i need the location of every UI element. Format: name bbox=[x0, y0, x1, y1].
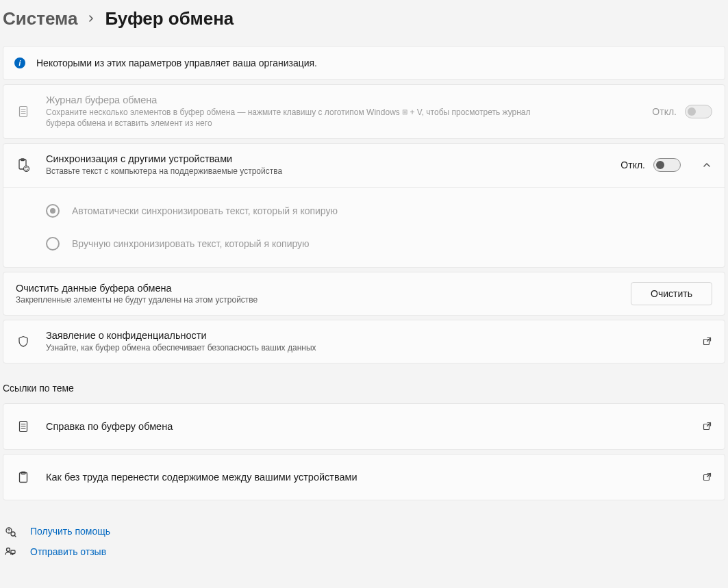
give-feedback-text: Отправить отзыв bbox=[30, 546, 106, 557]
help-icon bbox=[3, 525, 18, 537]
clipboard-help-icon bbox=[16, 419, 31, 434]
sync-toggle-label: Откл. bbox=[620, 159, 645, 170]
page-title: Буфер обмена bbox=[105, 8, 234, 29]
clipboard-sync-icon bbox=[16, 157, 31, 172]
sync-desc: Вставьте текст с компьютера на поддержив… bbox=[46, 166, 539, 177]
chevron-right-icon bbox=[87, 13, 95, 25]
sync-options: Автоматически синхронизировать текст, ко… bbox=[3, 187, 725, 267]
related-link-title: Справка по буферу обмена bbox=[46, 421, 686, 432]
get-help-text: Получить помощь bbox=[30, 526, 110, 537]
clipboard-list-icon bbox=[16, 104, 31, 119]
privacy-title: Заявление о конфиденциальности bbox=[46, 330, 686, 341]
external-link-icon bbox=[701, 421, 712, 432]
sync-option-auto: Автоматически синхронизировать текст, ко… bbox=[3, 194, 725, 227]
svg-point-12 bbox=[7, 548, 10, 551]
clear-button[interactable]: Очистить bbox=[631, 282, 712, 305]
history-title: Журнал буфера обмена bbox=[46, 94, 637, 105]
svg-rect-13 bbox=[11, 550, 15, 554]
chevron-up-icon[interactable] bbox=[701, 159, 712, 170]
footer-links: Получить помощь Отправить отзыв bbox=[0, 504, 728, 578]
history-desc: Сохраните несколько элементов в буфер об… bbox=[46, 107, 539, 129]
related-help-card[interactable]: Справка по буферу обмена bbox=[3, 403, 725, 450]
info-icon: i bbox=[14, 57, 25, 68]
org-managed-banner: i Некоторыми из этих параметров управляе… bbox=[3, 46, 725, 80]
sync-card: Синхронизация с другими устройствами Вст… bbox=[3, 143, 725, 267]
external-link-icon bbox=[701, 472, 712, 483]
clear-data-card: Очистить данные буфера обмена Закрепленн… bbox=[3, 272, 725, 316]
clear-title: Очистить данные буфера обмена bbox=[16, 283, 631, 294]
breadcrumb-parent[interactable]: Система bbox=[3, 8, 77, 29]
radio-manual bbox=[46, 237, 60, 251]
related-heading: Ссылки по теме bbox=[0, 368, 728, 403]
history-toggle bbox=[685, 105, 712, 118]
banner-text: Некоторыми из этих параметров управляет … bbox=[36, 57, 317, 68]
clipboard-icon bbox=[16, 470, 31, 485]
clipboard-history-card: Журнал буфера обмена Сохраните несколько… bbox=[3, 84, 725, 139]
clear-desc: Закрепленные элементы не будут удалены н… bbox=[16, 295, 631, 305]
sync-toggle[interactable] bbox=[653, 158, 681, 172]
radio-auto-label: Автоматически синхронизировать текст, ко… bbox=[72, 205, 338, 216]
radio-manual-label: Вручную синхронизировать текст, который … bbox=[72, 238, 310, 249]
external-link-icon bbox=[701, 336, 712, 347]
sync-option-manual: Вручную синхронизировать текст, который … bbox=[3, 227, 725, 260]
feedback-icon bbox=[3, 546, 18, 558]
history-toggle-label: Откл. bbox=[652, 106, 677, 117]
related-transfer-card[interactable]: Как без труда перенести содержимое между… bbox=[3, 454, 725, 500]
sync-header-row[interactable]: Синхронизация с другими устройствами Вст… bbox=[3, 144, 725, 186]
related-link-title: Как без труда перенести содержимое между… bbox=[46, 472, 686, 483]
get-help-link[interactable]: Получить помощь bbox=[3, 521, 725, 541]
radio-auto bbox=[46, 204, 60, 218]
privacy-card[interactable]: Заявление о конфиденциальности Узнайте, … bbox=[3, 320, 725, 363]
breadcrumb: Система Буфер обмена bbox=[0, 0, 728, 46]
sync-title: Синхронизация с другими устройствами bbox=[46, 153, 605, 164]
privacy-desc: Узнайте, как буфер обмена обеспечивает б… bbox=[46, 342, 539, 353]
shield-icon bbox=[16, 334, 31, 349]
give-feedback-link[interactable]: Отправить отзыв bbox=[3, 541, 725, 562]
